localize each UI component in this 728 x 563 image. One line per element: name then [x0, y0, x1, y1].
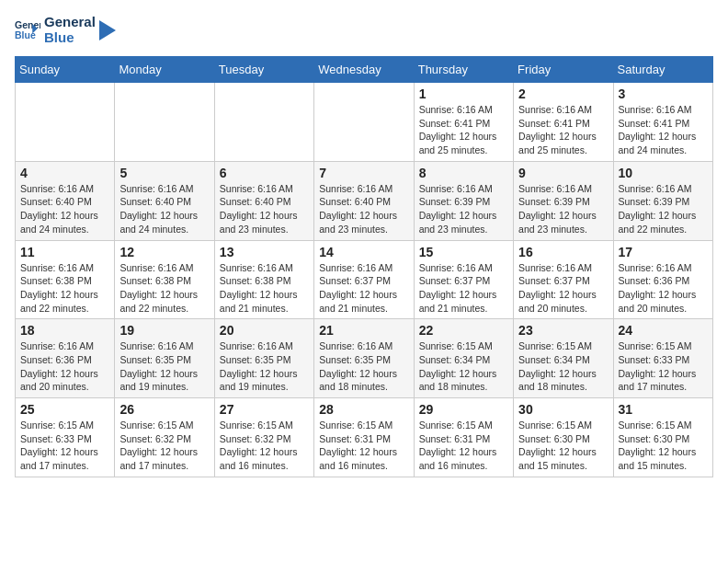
day-info: Sunrise: 6:16 AM Sunset: 6:38 PM Dayligh…	[119, 261, 209, 316]
day-number: 5	[119, 166, 209, 180]
day-number: 20	[220, 323, 309, 338]
day-info: Sunrise: 6:15 AM Sunset: 6:34 PM Dayligh…	[518, 339, 608, 394]
day-info: Sunrise: 6:16 AM Sunset: 6:37 PM Dayligh…	[419, 261, 508, 316]
calendar-cell: 5Sunrise: 6:16 AM Sunset: 6:40 PM Daylig…	[115, 161, 214, 240]
calendar-cell: 31Sunrise: 6:15 AM Sunset: 6:30 PM Dayli…	[613, 398, 712, 477]
calendar-cell: 25Sunrise: 6:15 AM Sunset: 6:33 PM Dayli…	[16, 398, 115, 477]
calendar-cell: 3Sunrise: 6:16 AM Sunset: 6:41 PM Daylig…	[613, 83, 712, 162]
day-number: 17	[619, 245, 708, 259]
calendar-cell: 16Sunrise: 6:16 AM Sunset: 6:37 PM Dayli…	[514, 240, 613, 319]
day-number: 24	[619, 323, 708, 338]
day-info: Sunrise: 6:16 AM Sunset: 6:41 PM Dayligh…	[518, 103, 608, 157]
day-info: Sunrise: 6:16 AM Sunset: 6:35 PM Dayligh…	[319, 339, 408, 394]
day-number: 29	[419, 402, 508, 417]
calendar-cell	[115, 83, 214, 162]
day-number: 10	[619, 166, 708, 180]
calendar-table: SundayMondayTuesdayWednesdayThursdayFrid…	[15, 56, 713, 477]
logo-icon: General Blue	[15, 17, 40, 43]
header-day-friday: Friday	[514, 57, 613, 83]
day-info: Sunrise: 6:16 AM Sunset: 6:35 PM Dayligh…	[220, 339, 309, 394]
day-info: Sunrise: 6:16 AM Sunset: 6:39 PM Dayligh…	[619, 182, 708, 236]
day-info: Sunrise: 6:16 AM Sunset: 6:38 PM Dayligh…	[20, 261, 109, 316]
day-info: Sunrise: 6:15 AM Sunset: 6:30 PM Dayligh…	[619, 419, 708, 473]
calendar-cell: 26Sunrise: 6:15 AM Sunset: 6:32 PM Dayli…	[115, 398, 214, 477]
calendar-cell: 4Sunrise: 6:16 AM Sunset: 6:40 PM Daylig…	[16, 161, 115, 240]
calendar-cell	[16, 83, 115, 162]
day-number: 22	[419, 323, 508, 338]
day-info: Sunrise: 6:16 AM Sunset: 6:40 PM Dayligh…	[20, 182, 109, 236]
calendar-cell: 23Sunrise: 6:15 AM Sunset: 6:34 PM Dayli…	[514, 319, 613, 398]
day-info: Sunrise: 6:15 AM Sunset: 6:31 PM Dayligh…	[319, 419, 408, 473]
day-info: Sunrise: 6:16 AM Sunset: 6:40 PM Dayligh…	[119, 182, 209, 236]
day-number: 26	[119, 402, 209, 417]
day-info: Sunrise: 6:16 AM Sunset: 6:37 PM Dayligh…	[319, 261, 408, 316]
svg-marker-3	[99, 20, 116, 40]
calendar-cell: 2Sunrise: 6:16 AM Sunset: 6:41 PM Daylig…	[514, 83, 613, 162]
day-info: Sunrise: 6:16 AM Sunset: 6:41 PM Dayligh…	[419, 103, 508, 157]
day-info: Sunrise: 6:16 AM Sunset: 6:40 PM Dayligh…	[319, 182, 408, 236]
day-info: Sunrise: 6:15 AM Sunset: 6:33 PM Dayligh…	[20, 419, 109, 473]
day-number: 8	[419, 166, 508, 180]
day-info: Sunrise: 6:15 AM Sunset: 6:34 PM Dayligh…	[419, 339, 508, 394]
calendar-cell: 14Sunrise: 6:16 AM Sunset: 6:37 PM Dayli…	[314, 240, 414, 319]
day-number: 28	[319, 402, 408, 417]
calendar-cell: 10Sunrise: 6:16 AM Sunset: 6:39 PM Dayli…	[613, 161, 712, 240]
day-info: Sunrise: 6:16 AM Sunset: 6:36 PM Dayligh…	[619, 261, 708, 316]
page-header: General Blue General Blue	[15, 15, 713, 45]
calendar-body: 1Sunrise: 6:16 AM Sunset: 6:41 PM Daylig…	[16, 83, 713, 477]
calendar-cell: 1Sunrise: 6:16 AM Sunset: 6:41 PM Daylig…	[414, 83, 513, 162]
calendar-cell: 29Sunrise: 6:15 AM Sunset: 6:31 PM Dayli…	[414, 398, 513, 477]
day-number: 21	[319, 323, 408, 338]
day-info: Sunrise: 6:15 AM Sunset: 6:33 PM Dayligh…	[619, 339, 708, 394]
day-info: Sunrise: 6:16 AM Sunset: 6:39 PM Dayligh…	[419, 182, 508, 236]
calendar-cell: 13Sunrise: 6:16 AM Sunset: 6:38 PM Dayli…	[214, 240, 313, 319]
header-day-thursday: Thursday	[414, 57, 513, 83]
day-info: Sunrise: 6:15 AM Sunset: 6:32 PM Dayligh…	[119, 419, 209, 473]
day-number: 3	[619, 86, 708, 101]
calendar-cell: 9Sunrise: 6:16 AM Sunset: 6:39 PM Daylig…	[514, 161, 613, 240]
day-number: 25	[20, 402, 109, 417]
day-number: 11	[20, 245, 109, 259]
day-info: Sunrise: 6:16 AM Sunset: 6:36 PM Dayligh…	[20, 339, 109, 394]
calendar-cell	[214, 83, 313, 162]
calendar-cell: 30Sunrise: 6:15 AM Sunset: 6:30 PM Dayli…	[514, 398, 613, 477]
calendar-cell: 17Sunrise: 6:16 AM Sunset: 6:36 PM Dayli…	[613, 240, 712, 319]
day-number: 13	[220, 245, 309, 259]
logo-arrow-icon	[99, 20, 116, 40]
calendar-cell: 8Sunrise: 6:16 AM Sunset: 6:39 PM Daylig…	[414, 161, 513, 240]
calendar-cell: 20Sunrise: 6:16 AM Sunset: 6:35 PM Dayli…	[214, 319, 313, 398]
calendar-cell: 21Sunrise: 6:16 AM Sunset: 6:35 PM Dayli…	[314, 319, 414, 398]
calendar-cell	[314, 83, 414, 162]
header-day-wednesday: Wednesday	[314, 57, 414, 83]
day-number: 16	[518, 245, 608, 259]
calendar-cell: 15Sunrise: 6:16 AM Sunset: 6:37 PM Dayli…	[414, 240, 513, 319]
day-info: Sunrise: 6:16 AM Sunset: 6:37 PM Dayligh…	[518, 261, 608, 316]
day-number: 6	[220, 166, 309, 180]
day-info: Sunrise: 6:16 AM Sunset: 6:40 PM Dayligh…	[220, 182, 309, 236]
week-row-2: 4Sunrise: 6:16 AM Sunset: 6:40 PM Daylig…	[16, 161, 713, 240]
day-info: Sunrise: 6:16 AM Sunset: 6:41 PM Dayligh…	[619, 103, 708, 157]
day-number: 27	[220, 402, 309, 417]
day-number: 19	[119, 323, 209, 338]
calendar-cell: 6Sunrise: 6:16 AM Sunset: 6:40 PM Daylig…	[214, 161, 313, 240]
day-info: Sunrise: 6:16 AM Sunset: 6:38 PM Dayligh…	[220, 261, 309, 316]
day-info: Sunrise: 6:15 AM Sunset: 6:32 PM Dayligh…	[220, 419, 309, 473]
day-info: Sunrise: 6:15 AM Sunset: 6:31 PM Dayligh…	[419, 419, 508, 473]
day-number: 18	[20, 323, 109, 338]
day-info: Sunrise: 6:16 AM Sunset: 6:39 PM Dayligh…	[518, 182, 608, 236]
day-info: Sunrise: 6:16 AM Sunset: 6:35 PM Dayligh…	[119, 339, 209, 394]
calendar-cell: 18Sunrise: 6:16 AM Sunset: 6:36 PM Dayli…	[16, 319, 115, 398]
day-number: 2	[518, 86, 608, 101]
day-number: 4	[20, 166, 109, 180]
day-number: 14	[319, 245, 408, 259]
header-day-saturday: Saturday	[613, 57, 712, 83]
day-number: 30	[518, 402, 608, 417]
day-number: 1	[419, 86, 508, 101]
day-number: 7	[319, 166, 408, 180]
header-day-tuesday: Tuesday	[214, 57, 313, 83]
logo-text-blue: Blue	[44, 30, 96, 46]
week-row-4: 18Sunrise: 6:16 AM Sunset: 6:36 PM Dayli…	[16, 319, 713, 398]
logo: General Blue General Blue	[15, 15, 116, 45]
day-number: 31	[619, 402, 708, 417]
header-row: SundayMondayTuesdayWednesdayThursdayFrid…	[16, 57, 713, 83]
